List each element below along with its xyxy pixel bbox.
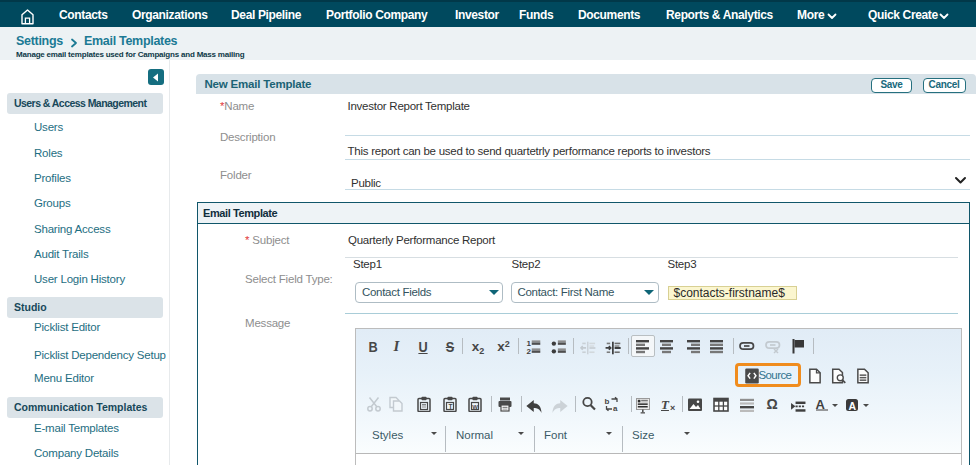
svg-text:b: b <box>605 397 610 406</box>
svg-text:W: W <box>472 404 478 410</box>
svg-text:2: 2 <box>527 347 532 355</box>
svg-text:a: a <box>613 404 618 412</box>
svg-text:T: T <box>448 403 452 410</box>
